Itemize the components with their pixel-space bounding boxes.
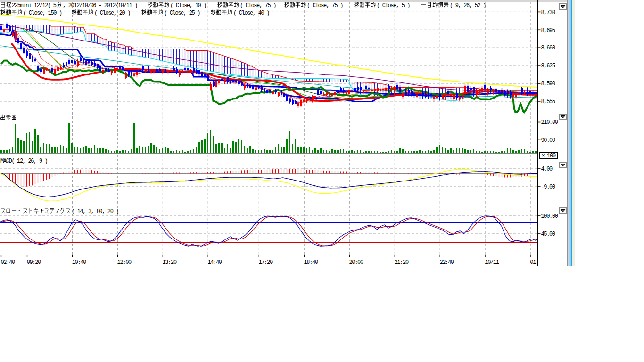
svg-text:90.00: 90.00 [541,137,555,144]
svg-text:( Close, 10 ): ( Close, 10 ) [170,2,206,9]
svg-text:210.00: 210.00 [541,119,558,126]
svg-text:8,590: 8,590 [541,81,555,87]
svg-text:225mini 12/12( 5: 225mini 12/12( 5 [12,2,57,9]
svg-text:10/11: 10/11 [485,259,499,266]
svg-text:, 2012/10/06 - 2012/10/11 ): , 2012/10/06 - 2012/10/11 ) [63,2,137,9]
svg-text:18:40: 18:40 [304,259,318,266]
svg-text:20:00: 20:00 [349,259,363,266]
svg-text:21:20: 21:20 [395,259,409,266]
svg-text:8,730: 8,730 [541,9,555,16]
svg-text:8,555: 8,555 [541,99,555,105]
svg-text:( Close, 75 ): ( Close, 75 ) [307,2,343,9]
svg-text:02:40: 02:40 [1,259,15,266]
svg-text:8,660: 8,660 [541,45,555,51]
svg-text:13:20: 13:20 [163,259,177,266]
svg-text:8,625: 8,625 [541,63,555,69]
svg-text:10:40: 10:40 [72,259,86,266]
svg-text:4.00: 4.00 [541,166,553,173]
svg-text:( Close, 20 ): ( Close, 20 ) [94,10,130,16]
svg-text:14:40: 14:40 [207,259,222,266]
svg-text:( Close, 75 ): ( Close, 75 ) [240,2,276,9]
svg-text:12:00: 12:00 [117,259,132,266]
svg-text:09:20: 09:20 [27,259,41,266]
svg-text:( 9, 26, 52 ): ( 9, 26, 52 ) [450,2,486,9]
svg-text:100.00: 100.00 [541,213,558,220]
svg-text:-9.00: -9.00 [541,184,555,190]
svg-text:( Close, 25 ): ( Close, 25 ) [164,10,200,16]
svg-text:8,695: 8,695 [541,27,555,34]
svg-text:( 14, 3, 80, 20 ): ( 14, 3, 80, 20 ) [72,208,119,215]
svg-text:22:40: 22:40 [439,259,454,266]
svg-text:× 100: × 100 [542,153,556,159]
svg-text:( Close, 5 ): ( Close, 5 ) [377,2,410,9]
svg-text:17:20: 17:20 [259,259,273,266]
svg-text:( Close, 40 ): ( Close, 40 ) [233,10,269,16]
svg-text:45.00: 45.00 [541,231,555,238]
svg-text:MACD( 12, 26, 9 ): MACD( 12, 26, 9 ) [0,158,48,165]
svg-text:( Close, 150 ): ( Close, 150 ) [23,10,62,16]
